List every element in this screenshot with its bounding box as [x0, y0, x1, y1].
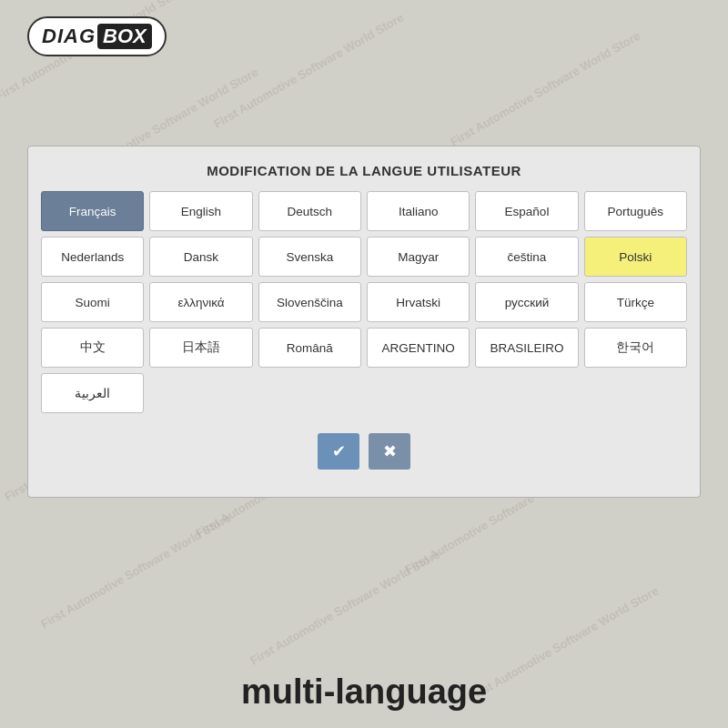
dialog-title: MODIFICATION DE LA LANGUE UTILISATEUR [28, 147, 700, 191]
lang-btn-romana[interactable]: Română [258, 328, 361, 368]
lang-btn-arabic[interactable]: العربية [41, 373, 144, 413]
diag-text: DIAG [42, 25, 96, 48]
language-grid: FrançaisEnglishDeutschItalianoEspañolPor… [28, 191, 700, 413]
lang-btn-italiano[interactable]: Italiano [367, 191, 470, 231]
lang-btn-svenska[interactable]: Svenska [258, 237, 361, 277]
lang-btn-turkce[interactable]: Türkçe [584, 282, 687, 322]
lang-btn-magyar[interactable]: Magyar [367, 237, 470, 277]
language-dialog: MODIFICATION DE LA LANGUE UTILISATEUR Fr… [27, 146, 701, 498]
lang-btn-hrvatski[interactable]: Hrvatski [367, 282, 470, 322]
lang-btn-francais[interactable]: Français [41, 191, 144, 231]
lang-btn-ellinika[interactable]: ελληνικά [149, 282, 252, 322]
diagbox-logo-area: DIAG BOX [27, 16, 167, 56]
bottom-label: multi-language [0, 672, 728, 712]
lang-btn-chinese[interactable]: 中文 [41, 328, 144, 368]
lang-btn-cestina[interactable]: čeština [475, 237, 578, 277]
lang-btn-dansk[interactable]: Dansk [149, 237, 252, 277]
lang-btn-russian[interactable]: русский [475, 282, 578, 322]
lang-btn-argentino[interactable]: ARGENTINO [367, 328, 470, 368]
lang-btn-slovenscina[interactable]: Slovenščina [258, 282, 361, 322]
lang-btn-polski[interactable]: Polski [584, 237, 687, 277]
confirm-button[interactable]: ✔ [318, 433, 359, 470]
lang-btn-deutsch[interactable]: Deutsch [258, 191, 361, 231]
lang-btn-brasileiro[interactable]: BRASILEIRO [475, 328, 578, 368]
lang-btn-nederlands[interactable]: Nederlands [41, 237, 144, 277]
lang-btn-suomi[interactable]: Suomi [41, 282, 144, 322]
lang-btn-english[interactable]: English [149, 191, 252, 231]
lang-btn-portugues[interactable]: Português [584, 191, 687, 231]
diagbox-logo: DIAG BOX [27, 16, 167, 56]
lang-btn-espanol[interactable]: Español [475, 191, 578, 231]
lang-btn-japanese[interactable]: 日本語 [149, 328, 252, 368]
lang-btn-korean[interactable]: 한국어 [584, 328, 687, 368]
dialog-actions: ✔ ✖ [28, 433, 700, 470]
box-text: BOX [97, 24, 152, 49]
cancel-button[interactable]: ✖ [369, 433, 410, 470]
